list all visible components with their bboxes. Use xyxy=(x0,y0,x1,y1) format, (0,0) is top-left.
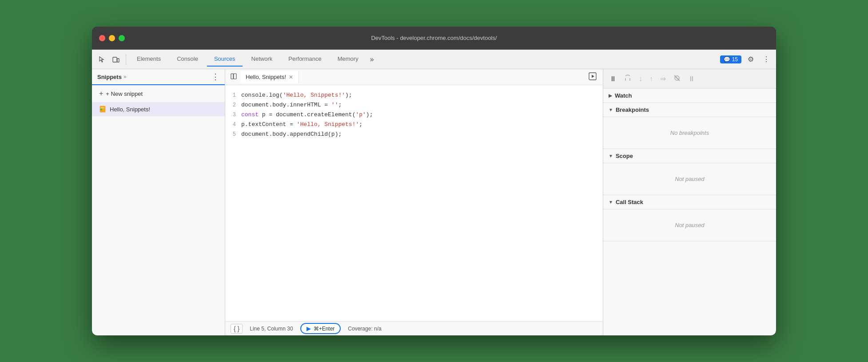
watch-label: Watch xyxy=(615,92,632,99)
settings-icon[interactable]: ⚙ xyxy=(745,53,757,65)
tab-network[interactable]: Network xyxy=(244,52,280,67)
play-icon: ▶ xyxy=(307,325,311,332)
tab-performance[interactable]: Performance xyxy=(281,52,328,67)
collapse-sidebar-icon[interactable] xyxy=(227,71,240,83)
window-title: DevTools - developer.chrome.com/docs/dev… xyxy=(371,35,497,41)
watch-section-header[interactable]: ▶ Watch xyxy=(603,89,776,103)
breakpoints-content: No breakpoints xyxy=(603,117,776,149)
code-text-2: document.body.innerHTML = ''; xyxy=(241,100,342,110)
breakpoints-section-header[interactable]: ▼ Breakpoints xyxy=(603,103,776,117)
svg-point-3 xyxy=(100,109,102,110)
scope-not-paused-text: Not paused xyxy=(609,169,771,189)
run-snippet-icon[interactable] xyxy=(584,71,601,84)
svg-rect-0 xyxy=(113,57,117,62)
svg-line-11 xyxy=(674,75,680,81)
toolbar-right: 💬 15 ⚙ ⋮ xyxy=(720,53,772,65)
right-panel: ⏸ ↓ ↑ ⇒ ⏸ xyxy=(603,69,776,335)
cursor-position: Line 5, Column 30 xyxy=(250,326,293,332)
tab-memory[interactable]: Memory xyxy=(330,52,366,67)
more-tabs-icon[interactable]: » xyxy=(367,54,377,65)
toolbar-divider xyxy=(126,54,126,65)
step-button[interactable]: ⇒ xyxy=(657,73,669,85)
format-button[interactable]: { } xyxy=(231,324,243,334)
maximize-button[interactable] xyxy=(119,35,125,41)
titlebar: DevTools - developer.chrome.com/docs/dev… xyxy=(92,27,776,50)
scope-section-header[interactable]: ▼ Scope xyxy=(603,149,776,163)
notification-icon: 💬 xyxy=(724,56,730,63)
left-panel-header: Snippets » ⋮ xyxy=(92,69,225,85)
snippets-title: Snippets xyxy=(97,74,122,80)
devtools-window: DevTools - developer.chrome.com/docs/dev… xyxy=(92,27,776,335)
tab-elements[interactable]: Elements xyxy=(130,52,168,67)
scope-label: Scope xyxy=(616,153,633,159)
step-out-button[interactable]: ↑ xyxy=(647,73,656,85)
call-stack-content: Not paused xyxy=(603,209,776,241)
main-content: Snippets » ⋮ + + New snippet Hello, Snip… xyxy=(92,69,776,335)
snippet-name: Hello, Snippets! xyxy=(110,106,150,113)
notifications-badge[interactable]: 💬 15 xyxy=(720,55,741,63)
line-num-2: 2 xyxy=(225,101,241,110)
snippet-file-icon xyxy=(99,106,106,113)
new-snippet-label: + New snippet xyxy=(106,90,143,97)
tab-console[interactable]: Console xyxy=(170,52,205,67)
close-tab-icon[interactable]: ✕ xyxy=(289,75,293,80)
code-text-3: const p = document.createElement('p'); xyxy=(241,110,373,120)
breakpoints-arrow-icon: ▼ xyxy=(609,107,613,112)
close-button[interactable] xyxy=(99,35,105,41)
shortcut-label: ⌘+Enter xyxy=(314,326,335,332)
pause-button[interactable]: ⏸ xyxy=(607,73,619,85)
scope-content: Not paused xyxy=(603,163,776,195)
svg-rect-1 xyxy=(117,59,119,62)
call-stack-section-header[interactable]: ▼ Call Stack xyxy=(603,195,776,209)
line-num-1: 1 xyxy=(225,91,241,100)
call-stack-not-paused-text: Not paused xyxy=(609,215,771,236)
notification-count: 15 xyxy=(732,56,738,63)
svg-rect-5 xyxy=(231,74,233,79)
debug-toolbar: ⏸ ↓ ↑ ⇒ ⏸ xyxy=(603,69,776,89)
tab-sources[interactable]: Sources xyxy=(207,52,243,67)
step-into-button[interactable]: ↓ xyxy=(636,73,645,85)
cursor-icon[interactable] xyxy=(96,54,108,65)
watch-arrow-icon: ▶ xyxy=(609,93,612,98)
snippets-menu-icon[interactable]: ⋮ xyxy=(211,73,219,81)
status-bar: { } Line 5, Column 30 ▶ ⌘+Enter Coverage… xyxy=(225,321,603,335)
devtools-toolbar: Elements Console Sources Network Perform… xyxy=(92,50,776,69)
step-over-button[interactable] xyxy=(621,72,634,86)
line-num-5: 5 xyxy=(225,130,241,139)
more-options-icon[interactable]: ⋮ xyxy=(760,53,772,65)
file-tab-name: Hello, Snippets! xyxy=(246,74,286,80)
code-text-4: p.textContent = 'Hello, Snippets!'; xyxy=(241,120,362,130)
scope-arrow-icon: ▼ xyxy=(609,153,613,158)
left-panel: Snippets » ⋮ + + New snippet Hello, Snip… xyxy=(92,69,225,335)
line-num-3: 3 xyxy=(225,110,241,119)
snippets-more[interactable]: » xyxy=(123,74,127,80)
no-breakpoints-text: No breakpoints xyxy=(609,122,771,143)
editor-file-tab[interactable]: Hello, Snippets! ✕ xyxy=(240,71,299,83)
code-line-1: 1 console.log('Hello, Snippets!'); xyxy=(225,90,603,100)
device-toggle-icon[interactable] xyxy=(110,54,122,65)
minimize-button[interactable] xyxy=(109,35,115,41)
snippet-item-hello[interactable]: Hello, Snippets! xyxy=(92,102,225,116)
line-num-4: 4 xyxy=(225,120,241,129)
code-line-3: 3 const p = document.createElement('p'); xyxy=(225,110,603,120)
middle-panel: Hello, Snippets! ✕ 1 console.log('Hello,… xyxy=(225,69,603,335)
code-editor[interactable]: 1 console.log('Hello, Snippets!'); 2 doc… xyxy=(225,85,603,321)
window-controls xyxy=(99,35,125,41)
breakpoints-label: Breakpoints xyxy=(616,106,649,113)
code-text-5: document.body.appendChild(p); xyxy=(241,130,342,139)
plus-icon: + xyxy=(99,90,103,98)
deactivate-breakpoints-button[interactable] xyxy=(670,72,684,86)
code-line-5: 5 document.body.appendChild(p); xyxy=(225,130,603,139)
svg-marker-8 xyxy=(592,75,594,78)
pause-on-exceptions-button[interactable]: ⏸ xyxy=(685,73,698,85)
call-stack-label: Call Stack xyxy=(616,199,643,205)
run-shortcut-button[interactable]: ▶ ⌘+Enter xyxy=(300,323,341,334)
coverage-text: Coverage: n/a xyxy=(348,326,381,332)
code-line-4: 4 p.textContent = 'Hello, Snippets!'; xyxy=(225,120,603,130)
call-stack-arrow-icon: ▼ xyxy=(609,200,613,205)
code-line-2: 2 document.body.innerHTML = ''; xyxy=(225,100,603,110)
editor-tabs: Hello, Snippets! ✕ xyxy=(225,69,603,85)
new-snippet-button[interactable]: + + New snippet xyxy=(92,85,225,102)
code-text-1: console.log('Hello, Snippets!'); xyxy=(241,90,352,100)
svg-rect-6 xyxy=(234,74,236,79)
